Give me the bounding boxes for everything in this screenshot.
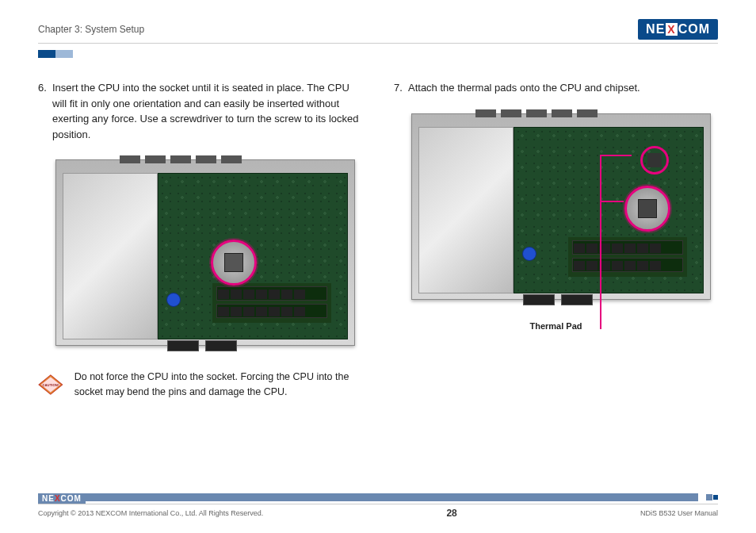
- callout-line: [600, 201, 624, 202]
- chapter-title: Chapter 3: System Setup: [38, 24, 144, 35]
- motherboard-image-step7: [394, 107, 718, 305]
- footer-logo: NEXCOM: [38, 493, 86, 504]
- cpu-thermal-highlight: [624, 186, 670, 232]
- callout-line: [600, 155, 601, 329]
- svg-text:CAUTION!: CAUTION!: [43, 383, 59, 387]
- step-number: 7.: [394, 80, 408, 96]
- caution-block: CAUTION! Do not force the CPU into the s…: [38, 367, 362, 402]
- chipset-highlight: [640, 146, 669, 174]
- nexcom-logo: NEXCOM: [638, 19, 718, 40]
- page-number: 28: [446, 508, 456, 519]
- doc-title: NDiS B532 User Manual: [640, 509, 718, 517]
- step-text: Insert the CPU into the socket until it …: [52, 80, 362, 142]
- step-number: 6.: [38, 80, 52, 142]
- right-column: 7. Attach the thermal pads onto the CPU …: [394, 80, 718, 402]
- step-7: 7. Attach the thermal pads onto the CPU …: [394, 80, 718, 96]
- page-header: Chapter 3: System Setup NEXCOM: [38, 19, 718, 44]
- step-text: Attach the thermal pads onto the CPU and…: [408, 80, 640, 96]
- callout-line: [600, 155, 632, 156]
- step-6: 6. Insert the CPU into the socket until …: [38, 80, 362, 142]
- caution-text: Do not force the CPU into the socket. Fo…: [74, 370, 362, 400]
- thermal-pad-label: Thermal Pad: [394, 321, 718, 331]
- page-footer: NEXCOM Copyright © 2013 NEXCOM Internati…: [38, 504, 718, 519]
- cpu-socket-highlight: [211, 240, 257, 286]
- motherboard-image-step6: [38, 153, 362, 351]
- left-column: 6. Insert the CPU into the socket until …: [38, 80, 362, 402]
- tab-accent: [38, 50, 718, 58]
- footer-bar: [38, 493, 718, 501]
- copyright-text: Copyright © 2013 NEXCOM International Co…: [38, 509, 263, 517]
- caution-icon: CAUTION!: [38, 367, 63, 402]
